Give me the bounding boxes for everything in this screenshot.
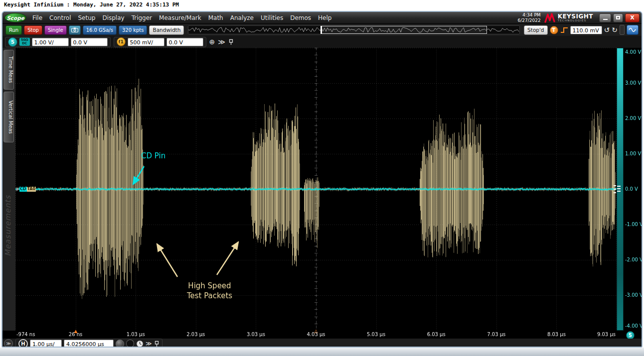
menu-item-help[interactable]: Help [315, 13, 335, 22]
add-waveform-icon[interactable]: ⊕ [209, 38, 215, 45]
x-axis-tick: 5.03 µs [367, 332, 385, 337]
x-axis-tick: 1.03 µs [127, 332, 145, 337]
menu-item-measuremark[interactable]: Measure/Mark [156, 13, 205, 22]
expand-panel-button[interactable]: ≫ [4, 339, 13, 348]
horizontal-group: H 1.00 µs/ 4.0256000 µs ≫ [15, 339, 162, 348]
toolbar-divider-button[interactable] [620, 25, 625, 35]
acquisition-preview-canvas [188, 26, 519, 34]
maximize-icon [616, 16, 620, 19]
screenshot-button[interactable] [69, 25, 81, 35]
horizontal-mode-icon[interactable] [116, 340, 124, 348]
bandwidth-button[interactable]: Bandwidth [149, 25, 184, 35]
y-axis-tick: -1.00 V [625, 222, 643, 227]
function-offset-field[interactable]: 0.0 V [166, 38, 203, 46]
scope-logo-label: Scope [6, 15, 24, 21]
scale-0v-marker [617, 186, 621, 193]
undo-icon[interactable]: ↺ [604, 26, 610, 33]
acquisition-dial-icon[interactable] [126, 340, 134, 348]
horizontal-position-field[interactable]: 4.0256000 µs [64, 340, 114, 348]
channel-bar: 5 50Ω DC 1.00 V/ 0.0 V f1 500 mV/ 0.0 V … [2, 36, 642, 48]
menu-item-trigger[interactable]: Trigger [128, 13, 156, 22]
annotation-cd-pin: CD Pin [141, 151, 165, 160]
menu-item-file[interactable]: File [29, 13, 46, 22]
x-axis-tick: 26 ns [69, 332, 82, 337]
channel-scale-field[interactable]: 1.00 V/ [32, 38, 69, 46]
trace-tag-cdta0[interactable]: CD TA0 [16, 187, 36, 192]
menu-item-analyze[interactable]: Analyze [227, 13, 257, 22]
brand-name: KEYSIGHT [558, 13, 593, 19]
function-scale-field[interactable]: 500 mV/ [128, 38, 164, 46]
sample-rate-chip[interactable]: 16.0 GSa/s [83, 25, 117, 35]
channel-5-group: 5 50Ω DC 1.00 V/ 0.0 V [5, 37, 111, 47]
trigger-edge-icon[interactable] [560, 26, 568, 33]
maximize-button[interactable] [613, 13, 623, 22]
x-axis-tick: 3.03 µs [247, 332, 265, 337]
trigger-source-icon[interactable]: T [550, 26, 558, 34]
horizontal-settings-button[interactable]: H [18, 339, 28, 348]
minimize-button[interactable] [599, 13, 611, 22]
acquisition-status-button[interactable]: Stop'd [524, 25, 547, 35]
coupling-label: DC [22, 42, 27, 45]
y-axis-tick: 1.00 V [625, 151, 641, 156]
trace-ground-marker-icon [16, 187, 19, 191]
measurements-panel-label: Measurements [3, 195, 12, 256]
left-tab-strip: Time Meas Vertical Meas Measurements [2, 48, 15, 331]
time-axis: ▲ △ 5 -974 ns26 ns1.03 µs2.03 µs3.03 µs4… [2, 331, 642, 339]
menu-item-control[interactable]: Control [46, 13, 74, 22]
waveform-icon [629, 27, 637, 32]
clock-icon[interactable] [136, 340, 144, 348]
tab-time-meas[interactable]: Time Meas [3, 50, 14, 90]
keysight-spark-icon [544, 13, 556, 23]
desktop-bottom-strip [0, 348, 644, 356]
clock: 4:34 PM 6/27/2022 [517, 12, 540, 23]
desktop: Keysight Infiniium : Monday, June 27, 20… [0, 0, 644, 356]
x-axis-tick: 7.03 µs [487, 332, 505, 337]
push-pin-icon[interactable] [154, 341, 160, 347]
redo-icon[interactable]: ↻ [612, 26, 618, 33]
close-button[interactable]: X [625, 13, 640, 22]
infiniium-window: Scope FileControlSetupDisplayTriggerMeas… [1, 11, 643, 348]
waveform-display[interactable]: CD TA0 CD Pin High Speed Test Packets [15, 48, 617, 331]
right-edge-0v-marker [614, 185, 616, 193]
channel-offset-field[interactable]: 0.0 V [71, 38, 108, 46]
y-axis-tick: -2.00 V [625, 257, 643, 262]
x-axis-tick: 4.03 µs [307, 332, 325, 337]
acquisition-toolbar: Run Stop Single 16.0 GSa/s 320 kpts Band… [2, 24, 642, 36]
trace-tag-ta0: TA0 [27, 187, 36, 192]
keysight-logo: KEYSIGHT TECHNOLOGIES [544, 13, 593, 23]
run-button[interactable]: Run [5, 25, 22, 35]
chevron-expand-icon[interactable]: ≫ [218, 38, 225, 45]
single-button[interactable]: Single [44, 25, 67, 35]
acquisition-preview[interactable] [188, 25, 520, 34]
x-axis-tick: 9.03 µs [597, 332, 616, 337]
clock-date: 6/27/2022 [517, 18, 540, 23]
chevron-expand-icon[interactable]: ≫ [146, 341, 152, 347]
menu-item-math[interactable]: Math [205, 13, 227, 22]
y-axis-tick: 0.0 V [625, 186, 638, 192]
annotation-packets-line1: High Speed [173, 281, 246, 291]
trigger-level-field[interactable]: 110.0 mV [570, 26, 602, 34]
menu-item-display[interactable]: Display [99, 13, 128, 22]
camera-icon [71, 27, 78, 32]
waveform-canvas [15, 48, 617, 331]
scope-assistant-button[interactable] [627, 25, 639, 35]
stop-button[interactable]: Stop [24, 25, 42, 35]
timebase-field[interactable]: 1.00 µs/ [30, 340, 62, 348]
menu-item-setup[interactable]: Setup [74, 13, 99, 22]
function-1-button[interactable]: f1 [117, 37, 126, 46]
memory-depth-chip[interactable]: 320 kpts [119, 25, 148, 35]
minimize-icon [603, 19, 608, 20]
menu-item-demos[interactable]: Demos [287, 13, 315, 22]
menu-items: FileControlSetupDisplayTriggerMeasure/Ma… [29, 13, 335, 22]
channel-5-button[interactable]: 5 [8, 37, 17, 47]
x-axis-tick: 2.03 µs [186, 332, 205, 337]
tab-vertical-meas[interactable]: Vertical Meas [3, 92, 14, 142]
y-axis-tick: -3.00 V [625, 292, 643, 298]
y-axis-tick: 2.00 V [625, 116, 641, 121]
push-pin-icon[interactable] [228, 39, 234, 45]
voltage-scale[interactable]: 4.00 V3.00 V2.00 V1.00 V0.0 V-1.00 V-2.0… [617, 48, 642, 331]
menu-item-utilities[interactable]: Utilities [257, 13, 287, 22]
main-area: Time Meas Vertical Meas Measurements [2, 48, 642, 331]
scope-logo[interactable]: Scope [4, 13, 26, 22]
coupling-indicator[interactable]: 50Ω DC [19, 38, 30, 46]
